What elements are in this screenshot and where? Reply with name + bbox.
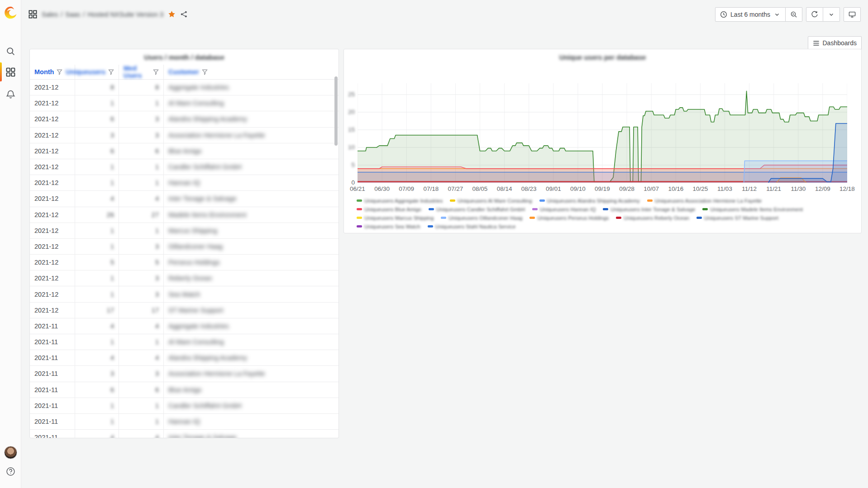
cell-customer: Sea Watch (164, 286, 339, 302)
cell-customer: Al Mare Consulting (164, 95, 339, 111)
refresh-interval-button[interactable] (823, 7, 840, 22)
filter-icon[interactable] (57, 69, 62, 75)
legend-item[interactable]: Uniqueusers Reberly Ocean (616, 215, 689, 221)
user-avatar[interactable] (4, 446, 17, 459)
cell-customer: Oillandconer Haag (164, 239, 339, 254)
legend-item[interactable]: Uniqueusers Blue Amigo (357, 207, 421, 212)
legend-series-label: Uniqueusers Stahl Nautica Service (435, 224, 516, 229)
timeseries-plot[interactable] (358, 83, 847, 183)
table-row[interactable]: 2021-122627Madele Items Environment (30, 207, 339, 223)
table-row[interactable]: 2021-1111Hannan IQ (30, 414, 339, 430)
cell-month: 2021-11 (30, 430, 75, 438)
legend-item[interactable]: Uniqueusers Alandra Shipping Academy (539, 198, 640, 204)
x-tick-label: 06/30 (371, 185, 393, 192)
breadcrumb-item-saas[interactable]: Saas (65, 11, 80, 18)
legend-item[interactable]: Uniqueusers Oillandconer Haag (441, 215, 522, 221)
legend-series-label: Uniqueusers Sea Watch (364, 224, 420, 229)
x-tick-label: 09/28 (615, 185, 638, 192)
table-row[interactable]: 2021-1144Aggregate Industries (30, 318, 339, 334)
table-row[interactable]: 2021-1266Blue Amigo (30, 143, 339, 159)
sidebar (0, 0, 21, 488)
legend-item[interactable]: Uniqueusers Inter Tonage & Salvage (603, 207, 695, 212)
x-tick-label: 07/27 (444, 185, 467, 192)
table-row[interactable]: 2021-1211Marcus Shipping (30, 223, 339, 239)
legend-item[interactable]: Uniqueusers Sea Watch (357, 224, 420, 229)
column-header-customer[interactable]: Customer (164, 65, 339, 79)
chart-panel-title[interactable]: Unique users per database (344, 49, 861, 65)
cell-medusers: 5 (119, 255, 164, 270)
tv-mode-button[interactable] (844, 7, 861, 22)
table-row[interactable]: 2021-1133Association Hermione La Fayette (30, 366, 339, 382)
refresh-button[interactable] (806, 7, 823, 22)
filter-icon[interactable] (202, 69, 208, 75)
legend-item[interactable]: Uniqueusers Association Hermione La Faye… (647, 198, 762, 204)
table-scrollbar[interactable] (334, 76, 338, 146)
y-tick-label: 20 (344, 109, 355, 115)
grafana-logo[interactable] (3, 5, 18, 20)
table-row[interactable]: 2021-1213Reberly Ocean (30, 270, 339, 286)
table-row[interactable]: 2021-1244Inter Tonage & Salvage (30, 191, 339, 207)
filter-icon[interactable] (153, 69, 159, 75)
table-row[interactable]: 2021-1111Al Mare Consulting (30, 334, 339, 350)
x-tick-label: 09/19 (591, 185, 614, 192)
time-range-button[interactable]: Last 6 months (715, 7, 786, 22)
table-row[interactable]: 2021-1166Blue Amigo (30, 382, 339, 398)
table-row[interactable]: 2021-1213Sea Watch (30, 286, 339, 302)
legend-item[interactable]: Uniqueusers Madele Items Environment (702, 207, 803, 212)
cell-uniqueusers: 1 (75, 414, 119, 429)
cell-uniqueusers: 1 (75, 159, 119, 175)
legend-series-label: Uniqueusers Blue Amigo (364, 207, 421, 212)
column-header-medusers[interactable]: Med Users (119, 65, 164, 79)
table-row[interactable]: 2021-1211Candler Schiffahrt GmbH (30, 159, 339, 175)
cell-medusers: 4 (119, 430, 164, 438)
y-tick-label: 25 (344, 91, 355, 98)
table-row[interactable]: 2021-1144Alandra Shipping Academy (30, 350, 339, 366)
column-header-uniqueusers[interactable]: Uniqueusers (75, 65, 119, 79)
cell-customer: Aggregate Industries (164, 80, 339, 95)
sidebar-item-help[interactable] (0, 461, 21, 482)
filter-icon[interactable] (108, 69, 114, 75)
sidebar-item-search[interactable] (0, 41, 21, 62)
legend-item[interactable]: Uniqueusers Aggregate Industries (357, 198, 443, 204)
legend-item[interactable]: Uniqueusers ST Marine Support (696, 215, 778, 221)
x-tick-label: 06/21 (346, 185, 369, 192)
table-row[interactable]: 2021-1213Oillandconer Haag (30, 239, 339, 255)
breadcrumb-item-dashboard[interactable]: Hosted NXSuite Version 3 (87, 11, 163, 18)
legend-item[interactable]: Uniqueusers Stahl Nautica Service (428, 224, 516, 229)
dashboards-button[interactable]: Dashboards (808, 36, 862, 50)
top-navbar: Sales / Saas / Hosted NXSuite Version 3 (21, 0, 868, 28)
table-row[interactable]: 2021-1233Association Hermione La Fayette (30, 128, 339, 143)
table-row[interactable]: 2021-1144Inter Tonage & Salvage (30, 430, 339, 438)
legend-series-label: Uniqueusers ST Marine Support (704, 215, 778, 221)
legend-item[interactable]: Uniqueusers Marcus Shipping (357, 215, 434, 221)
breadcrumb[interactable]: Sales / Saas / Hosted NXSuite Version 3 (42, 11, 163, 18)
sidebar-item-alerting[interactable] (0, 84, 21, 104)
legend-item[interactable]: Uniqueusers Candler Schiffahrt GmbH (429, 207, 525, 212)
share-icon[interactable] (180, 10, 188, 18)
cell-medusers: 3 (119, 111, 164, 127)
cell-customer: Hannan IQ (164, 414, 339, 429)
bell-icon (6, 90, 15, 99)
sidebar-item-dashboards[interactable] (0, 62, 21, 82)
table-row[interactable]: 2021-1255Perseus Holdings (30, 255, 339, 270)
legend-item[interactable]: Uniqueusers Perseus Holdings (529, 215, 609, 221)
table-row[interactable]: 2021-1111Candler Schiffahrt GmbH (30, 398, 339, 414)
favorite-star-icon[interactable] (168, 10, 176, 18)
legend-row: Uniqueusers Blue AmigoUniqueusers Candle… (357, 205, 854, 213)
legend-item[interactable]: Uniqueusers Al Mare Consulting (450, 198, 532, 204)
cell-month: 2021-12 (30, 270, 75, 286)
table-row[interactable]: 2021-1263Alandra Shipping Academy (30, 111, 339, 127)
table-panel-title[interactable]: Users / month / database (30, 49, 339, 65)
table-row[interactable]: 2021-1211Hannan IQ (30, 175, 339, 191)
legend-series-marker (529, 217, 535, 219)
table-row[interactable]: 2021-1211Al Mare Consulting (30, 95, 339, 111)
help-icon (6, 467, 15, 476)
cell-month: 2021-12 (30, 255, 75, 270)
cell-uniqueusers: 1 (75, 95, 119, 111)
breadcrumb-item-sales[interactable]: Sales (42, 11, 58, 18)
table-row[interactable]: 2021-121717ST Marine Support (30, 303, 339, 318)
zoom-out-button[interactable] (786, 7, 802, 22)
table-row[interactable]: 2021-1288Aggregate Industries (30, 80, 339, 95)
legend-series-label: Uniqueusers Association Hermione La Faye… (655, 198, 762, 204)
legend-item[interactable]: Uniqueusers Hannan IQ (532, 207, 596, 212)
